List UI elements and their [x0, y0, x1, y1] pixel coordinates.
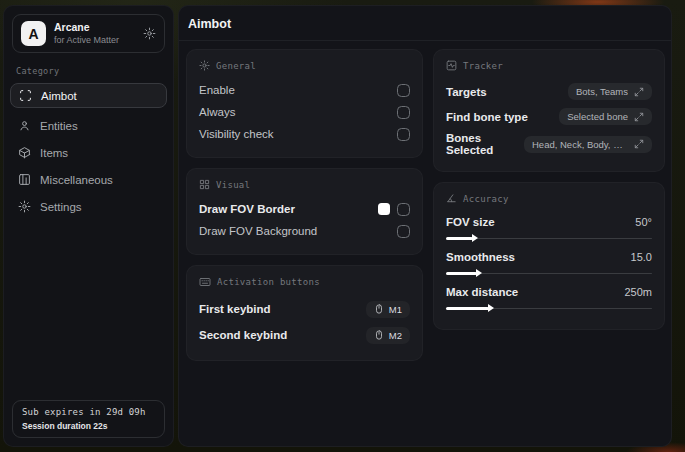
- sidebar: A Arcane for Active Matter Category Aimb…: [3, 5, 174, 447]
- layout-icon: [18, 173, 31, 186]
- max-distance-slider[interactable]: [446, 304, 652, 313]
- setting-label: First keybind: [199, 303, 271, 315]
- expand-icon: [634, 112, 644, 122]
- angle-icon: [446, 193, 457, 204]
- sub-expires-text: Sub expires in 29d 09h: [22, 407, 155, 417]
- section-header: Tracker: [463, 61, 503, 71]
- always-checkbox[interactable]: [397, 106, 410, 119]
- section-header: Accuracy: [463, 194, 509, 204]
- setting-row: Second keybind M2: [199, 322, 410, 348]
- smoothness-slider[interactable]: [446, 269, 652, 278]
- sidebar-item-entities[interactable]: Entities: [10, 112, 167, 139]
- fov-border-color-swatch[interactable]: [378, 203, 390, 215]
- sun-icon: [199, 60, 210, 71]
- setting-row: Draw FOV Background: [199, 220, 410, 242]
- keybind-value: M2: [389, 330, 402, 341]
- expand-icon: [634, 87, 644, 97]
- setting-row: Find bone type Selected bone: [446, 104, 652, 129]
- fov-size-slider[interactable]: [446, 234, 652, 243]
- app-logo: A: [21, 21, 46, 46]
- bones-selected-dropdown[interactable]: Head, Neck, Body, Pe..: [524, 136, 652, 153]
- first-keybind-button[interactable]: M1: [366, 301, 410, 318]
- page-title: Aimbot: [188, 17, 661, 31]
- setting-row: Visibility check: [199, 123, 410, 145]
- setting-label: Always: [199, 106, 235, 118]
- dropdown-value: Head, Neck, Body, Pe..: [532, 139, 628, 150]
- person-icon: [18, 119, 31, 132]
- setting-row: Always: [199, 101, 410, 123]
- app-logo-card: A Arcane for Active Matter: [12, 14, 165, 53]
- subscription-info-card: Sub expires in 29d 09h Session duration …: [12, 400, 165, 438]
- general-card: General Enable Always Visibility check: [186, 49, 423, 158]
- section-header: Visual: [216, 180, 250, 190]
- tracker-card: Tracker Targets Bots, Teams Find bone: [433, 49, 665, 172]
- sidebar-item-aimbot[interactable]: Aimbot: [10, 83, 167, 108]
- second-keybind-button[interactable]: M2: [366, 327, 410, 344]
- expand-icon: [634, 139, 644, 149]
- sidebar-item-label: Aimbot: [41, 90, 77, 102]
- activity-icon: [446, 60, 457, 71]
- setting-row: Bones Selected Head, Neck, Body, Pe..: [446, 129, 652, 159]
- app-name: Arcane: [54, 21, 135, 33]
- setting-label: Visibility check: [199, 128, 274, 140]
- setting-label: Enable: [199, 84, 235, 96]
- setting-label: Bones Selected: [446, 132, 524, 156]
- sidebar-item-label: Settings: [40, 201, 82, 213]
- mouse-icon: [374, 304, 384, 314]
- section-header: General: [216, 61, 256, 71]
- sidebar-item-miscellaneous[interactable]: Miscellaneous: [10, 166, 167, 193]
- smoothness-slider-row: Smoothness 15.0: [446, 247, 652, 278]
- slider-value: 50°: [635, 216, 652, 228]
- setting-label: Second keybind: [199, 329, 287, 341]
- fov-size-slider-row: FOV size 50°: [446, 212, 652, 243]
- sidebar-item-items[interactable]: Items: [10, 139, 167, 166]
- accuracy-card: Accuracy FOV size 50° Smoothness: [433, 182, 665, 330]
- sidebar-item-settings[interactable]: Settings: [10, 193, 167, 220]
- sidebar-item-label: Entities: [40, 120, 78, 132]
- setting-label: Find bone type: [446, 111, 528, 123]
- grid-icon: [199, 179, 210, 190]
- keybind-value: M1: [389, 304, 402, 315]
- setting-label: Draw FOV Background: [199, 225, 317, 237]
- keyboard-icon: [199, 276, 211, 288]
- sidebar-item-label: Miscellaneous: [40, 174, 113, 186]
- targets-dropdown[interactable]: Bots, Teams: [568, 83, 652, 100]
- max-distance-slider-row: Max distance 250m: [446, 282, 652, 313]
- category-label: Category: [16, 66, 167, 76]
- setting-row: Enable: [199, 79, 410, 101]
- gear-icon[interactable]: [143, 27, 156, 40]
- main-panel: Aimbot General Enable: [178, 5, 672, 447]
- setting-row: First keybind M1: [199, 296, 410, 322]
- gear-icon: [18, 200, 31, 213]
- scan-icon: [19, 89, 32, 102]
- mouse-icon: [374, 330, 384, 340]
- visibility-check-checkbox[interactable]: [397, 128, 410, 141]
- setting-label: Targets: [446, 86, 487, 98]
- setting-row: Draw FOV Border: [199, 198, 410, 220]
- main-header: Aimbot: [179, 6, 671, 41]
- slider-label: FOV size: [446, 216, 495, 228]
- slider-label: Smoothness: [446, 251, 515, 263]
- draw-fov-background-checkbox[interactable]: [397, 225, 410, 238]
- visual-card: Visual Draw FOV Border Draw FOV Backgrou…: [186, 168, 423, 255]
- app-subtitle: for Active Matter: [54, 35, 135, 45]
- dropdown-value: Bots, Teams: [576, 86, 628, 97]
- draw-fov-border-checkbox[interactable]: [397, 203, 410, 216]
- slider-label: Max distance: [446, 286, 518, 298]
- session-duration-text: Session duration 22s: [22, 421, 155, 431]
- slider-value: 250m: [624, 286, 652, 298]
- sidebar-item-label: Items: [40, 147, 68, 159]
- dropdown-value: Selected bone: [567, 111, 628, 122]
- setting-label: Draw FOV Border: [199, 203, 295, 215]
- cube-icon: [18, 146, 31, 159]
- find-bone-type-dropdown[interactable]: Selected bone: [559, 108, 652, 125]
- activation-card: Activation buttons First keybind M1 S: [186, 265, 423, 361]
- enable-checkbox[interactable]: [397, 84, 410, 97]
- setting-row: Targets Bots, Teams: [446, 79, 652, 104]
- section-header: Activation buttons: [217, 277, 320, 287]
- slider-value: 15.0: [631, 251, 652, 263]
